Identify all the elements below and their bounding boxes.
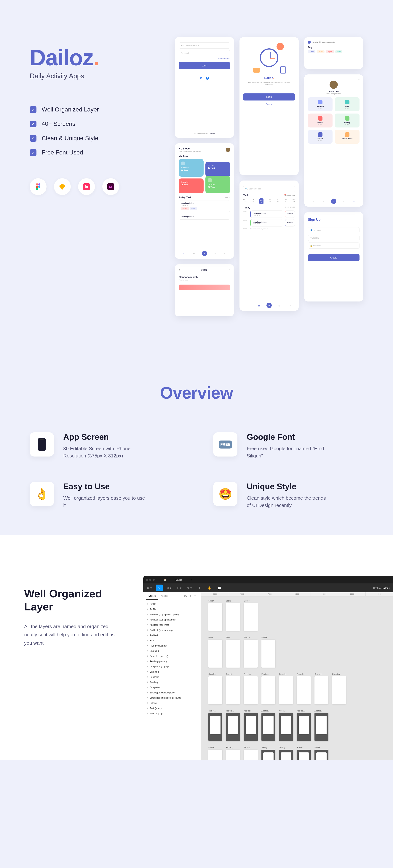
layers-desc: All the layers are named and organized n… (24, 622, 117, 647)
canvas-frame-item: Setting ... (279, 746, 293, 760)
doc-icon: ▤ (256, 303, 262, 308)
layer-name: Setting (pop up language) (150, 691, 175, 694)
mockup-splash: Dailoz. Plan what you will do to be more… (240, 37, 299, 175)
tab-rawfile: Raw File ▾ (177, 592, 198, 600)
month-label: 📅 August 2021 (284, 194, 295, 196)
canvas-frame-item: Login (226, 600, 240, 631)
tag: Urgent (326, 50, 334, 53)
layers-section: Well Organized Layer All the layers are … (0, 535, 393, 760)
layers-title: Well Organized Layer (24, 587, 132, 613)
canvas-frame-item: Cancel... (297, 673, 311, 704)
doc-icon: ▤ (191, 251, 197, 256)
layer-item: #Add task (pop up calendar) (143, 617, 201, 622)
tag-section: Tag (308, 46, 360, 49)
checklist-text: Creating this month's work plan (312, 41, 335, 43)
svg-point-1 (38, 183, 40, 186)
section-title: My Task (179, 155, 230, 157)
frame-label: Comple... (208, 673, 222, 675)
checkbox-icon: ✓ (308, 41, 310, 43)
home-icon: ⌂ (310, 198, 315, 204)
canvas-frame-item: Add tas... (262, 710, 275, 741)
frame-label: Profile (262, 637, 275, 639)
frame-icon: # (147, 691, 148, 694)
overview-item: FREE Google Font Free used Google font n… (213, 432, 363, 460)
frame-label: Add tas... (279, 710, 293, 712)
tag: Home (317, 50, 324, 53)
layer-name: Add task (pop up description) (150, 613, 179, 616)
free-icon: FREE (213, 432, 237, 457)
avatar (330, 81, 338, 89)
task-item: Cleaning Clothes 07:00 - 07:15 (250, 211, 283, 218)
frame-label: Add tas... (297, 710, 311, 712)
canvas-frame-item: Profile (262, 637, 275, 668)
calendar-days: MO12 TU13 WE14 TH15 FR16 SA17 SU18 (243, 198, 295, 204)
layer-item: #Add task (143, 633, 201, 638)
overview-grid: App Screen 30 Editable Screen with iPhon… (30, 432, 363, 509)
home-icon: ⌂ (246, 303, 251, 308)
chart-icon: ◫ (212, 251, 217, 256)
frame-thumb (262, 640, 275, 668)
frame-thumb (208, 676, 222, 704)
feature-list: ✓ Well Organized Layer ✓ 40+ Screens ✓ C… (30, 106, 160, 156)
layer-name: Completed (150, 686, 160, 689)
overview-title: Overview (30, 383, 363, 403)
add-icon: + (331, 198, 336, 204)
doc-icon: ▤ (321, 198, 326, 204)
frame-thumb (208, 640, 222, 668)
layer-name: Canceled (pop up) (150, 655, 168, 657)
section-title: Today Task (179, 196, 192, 199)
canvas-frame-item: On going (332, 673, 346, 704)
plan-title: Plan for a month (179, 276, 230, 278)
figma-tab: Dailoz (176, 579, 182, 581)
layer-name: On going (150, 671, 159, 673)
frame-icon: # (147, 686, 148, 689)
star-struck-icon: 🤩 (213, 482, 237, 506)
hero-left: Dailoz. Daily Activity Apps ✓ Well Organ… (30, 37, 160, 316)
search-input: 🔍 Search for task (243, 186, 295, 192)
feature-item: ✓ Clean & Unique Style (30, 135, 160, 142)
ov-item-title: App Screen (63, 432, 147, 442)
login-button: Login (243, 93, 295, 100)
layers-text: Well Organized Layer All the layers are … (24, 576, 132, 760)
canvas-frame-item: Pendin... (262, 673, 275, 704)
mockup-signup: Sign Up 👤 Username ✉ Email ID 🔒 Password… (304, 212, 363, 302)
add-icon: + (267, 303, 272, 308)
invision-icon: in (78, 178, 95, 195)
mockup-checklist: ✓ Creating this month's work plan Tag Of… (304, 37, 363, 69)
tab-assets: Assets (158, 592, 170, 600)
frame-thumb (314, 713, 328, 741)
canvas-frame-item: On going (314, 673, 328, 704)
ov-item-title: Easy to Use (63, 482, 147, 491)
task-item: Cleaning Clothes 08:00 - 08:30 (250, 219, 283, 226)
canvas-row: Task (e...Task (p...Add taskAdd tas...Ad… (208, 710, 386, 741)
layer-item: #Setting (pop up language) (143, 690, 201, 695)
ov-item-desc: Clean style which become the trends of U… (247, 495, 331, 509)
frame-thumb (297, 676, 311, 704)
frame-icon: # (147, 707, 148, 709)
layer-item: #On going (143, 648, 201, 654)
canvas-frame-item: Profile (208, 746, 222, 760)
move-tool-icon: ▷ (156, 585, 163, 591)
canvas-row: SpalshLoginSignup (208, 600, 386, 631)
category-grid: Personal6 Task Work8 Task Private3 Task … (308, 97, 360, 144)
avatar (226, 148, 230, 152)
email-field: ✉ Email ID (308, 235, 360, 241)
frame-label: Task (e... (208, 710, 222, 712)
figma-home-icon: 🏠 (163, 579, 167, 581)
frame-thumb (279, 713, 293, 741)
brand-subtitle: Daily Activity Apps (30, 72, 160, 80)
canvas-frame-item: Comple... (208, 673, 222, 704)
frame-label: Setting ... (262, 746, 275, 748)
bottom-nav: ⌂ ▤ + ◫ ▭ (243, 303, 295, 308)
task-card-ongoing: On Going67 Task (206, 176, 230, 193)
cat-work: Work8 Task (335, 97, 360, 111)
ov-item-desc: 30 Editable Screen with iPhone Resolutio… (63, 445, 147, 460)
frame-icon: # (147, 697, 148, 699)
layer-item: #Completed (pop up) (143, 664, 201, 669)
layer-item: #Filter by calendar (143, 643, 201, 648)
hand-tool-icon: ✋ (206, 585, 213, 591)
frame-label: Setting ... (279, 746, 293, 748)
frame-thumb (262, 713, 275, 741)
layer-name: Add task (edit time) (150, 624, 169, 626)
frame-label: Add tas... (314, 710, 328, 712)
